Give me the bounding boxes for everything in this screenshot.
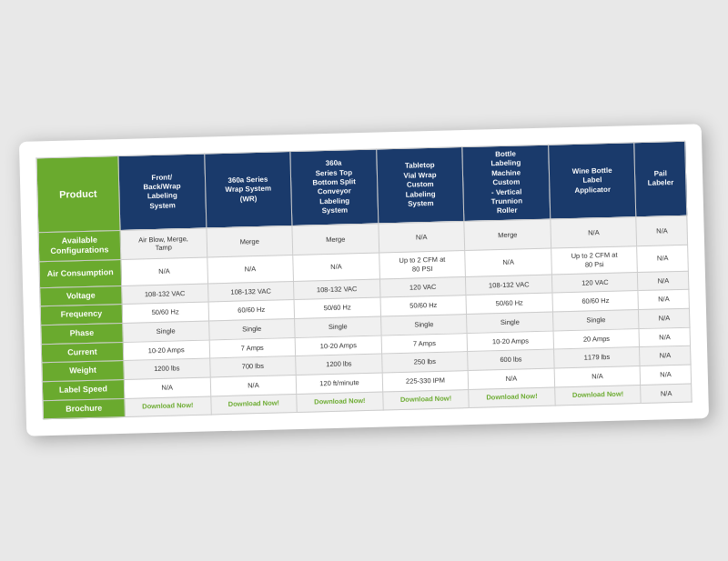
- cell-1-6: N/A: [551, 217, 637, 249]
- col-header-4: TabletopVial WrapCustomLabelingSystem: [376, 147, 464, 224]
- cell-7-6: 1179 lbs: [553, 347, 640, 368]
- cell-7-1: 1200 lbs: [124, 359, 210, 380]
- cell-2-2: N/A: [207, 255, 293, 284]
- cell-8-2: N/A: [210, 376, 297, 396]
- cell-5-3: Single: [295, 316, 381, 337]
- row-header-configurations: AvailableConfigurations: [38, 231, 121, 263]
- cell-6-4: 7 Amps: [381, 334, 468, 355]
- cell-9-4: Download Now!: [382, 390, 469, 411]
- cell-2-3: N/A: [293, 253, 379, 281]
- download-link-6[interactable]: Download Now!: [572, 390, 623, 399]
- cell-3-5: 108-132 VAC: [466, 275, 552, 296]
- cell-6-7: N/A: [639, 327, 690, 347]
- cell-9-6: Download Now!: [555, 386, 642, 406]
- cell-6-3: 10-20 Amps: [295, 336, 381, 356]
- cell-9-3: Download Now!: [297, 392, 383, 413]
- cell-4-4: 50/60 Hz: [380, 296, 467, 316]
- cell-1-3: Merge: [292, 224, 379, 255]
- cell-6-1: 10-20 Amps: [123, 340, 209, 361]
- cell-2-5: N/A: [465, 248, 551, 276]
- cell-8-4: 225-330 IPM: [382, 371, 469, 392]
- row-header-weight: Weight: [42, 361, 125, 382]
- cell-7-3: 1200 lbs: [296, 355, 382, 376]
- download-link-3[interactable]: Download Now!: [314, 397, 365, 406]
- cell-3-6: 120 VAC: [551, 273, 638, 294]
- cell-5-1: Single: [123, 321, 209, 342]
- row-header-voltage: Voltage: [40, 286, 123, 306]
- cell-9-1: Download Now!: [125, 396, 211, 417]
- row-header-air: Air Consumption: [39, 260, 122, 288]
- cell-8-3: 120 ft/minute: [296, 373, 382, 394]
- cell-8-7: N/A: [641, 365, 692, 385]
- col-header-2: 360a SeriesWrap System(WR): [204, 152, 292, 228]
- row-header-frequency: Frequency: [40, 305, 123, 326]
- cell-4-1: 50/60 Hz: [122, 303, 208, 324]
- comparison-table: Product Front/Back/WrapLabelingSystem 36…: [35, 141, 692, 420]
- cell-8-6: N/A: [554, 366, 641, 387]
- cell-5-7: N/A: [639, 308, 690, 328]
- cell-1-1: Air Blow, Merge,Tamp: [120, 228, 207, 260]
- cell-4-2: 60/60 Hz: [208, 300, 295, 321]
- cell-1-5: Merge: [464, 219, 551, 251]
- col-header-3: 360aSeries TopBottom SplitConveyorLabeli…: [290, 149, 379, 225]
- cell-7-5: 600 lbs: [468, 350, 554, 371]
- cell-8-5: N/A: [468, 368, 554, 389]
- row-header-phase: Phase: [41, 324, 124, 345]
- cell-8-1: N/A: [124, 377, 210, 398]
- cell-4-7: N/A: [638, 290, 689, 310]
- comparison-card: Product Front/Back/WrapLabelingSystem 36…: [19, 125, 709, 437]
- row-header-labelspeed: Label Speed: [42, 380, 125, 401]
- cell-3-4: 120 VAC: [379, 276, 466, 297]
- col-header-5: BottleLabelingMachineCustom- VerticalTru…: [462, 145, 551, 221]
- col-header-7: PailLabeler: [634, 141, 687, 216]
- col-header-1: Front/Back/WrapLabelingSystem: [118, 154, 207, 230]
- cell-6-5: 10-20 Amps: [467, 331, 553, 352]
- cell-4-3: 50/60 Hz: [294, 298, 380, 319]
- cell-2-7: N/A: [637, 245, 688, 273]
- cell-7-2: 700 lbs: [209, 356, 296, 377]
- cell-9-7: N/A: [641, 384, 692, 404]
- download-link-5[interactable]: Download Now!: [486, 393, 537, 402]
- cell-6-6: 20 Amps: [553, 329, 640, 350]
- cell-1-4: N/A: [379, 222, 465, 254]
- cell-7-7: N/A: [640, 346, 691, 366]
- cell-1-7: N/A: [636, 215, 687, 246]
- cell-5-6: Single: [552, 310, 639, 331]
- download-link-4[interactable]: Download Now!: [400, 395, 451, 404]
- row-header-brochure: Brochure: [43, 398, 126, 419]
- cell-3-2: 108-132 VAC: [207, 281, 294, 302]
- page-wrapper: Product Front/Back/WrapLabelingSystem 36…: [9, 13, 719, 549]
- cell-1-2: Merge: [207, 226, 293, 258]
- cell-2-1: N/A: [121, 257, 207, 286]
- cell-3-1: 108-132 VAC: [122, 284, 208, 305]
- download-link-1[interactable]: Download Now!: [142, 402, 193, 411]
- row-header-current: Current: [41, 342, 124, 363]
- product-header: Product: [36, 156, 120, 233]
- cell-7-4: 250 lbs: [381, 352, 468, 373]
- download-link-2[interactable]: Download Now!: [228, 399, 279, 408]
- cell-9-2: Download Now!: [210, 394, 297, 415]
- cell-5-2: Single: [208, 319, 295, 340]
- cell-4-5: 50/60 Hz: [466, 294, 552, 315]
- cell-2-6: Up to 2 CFM at80 Psi: [551, 246, 638, 275]
- cell-4-6: 60/60 Hz: [552, 291, 639, 312]
- col-header-6: Wine BottleLabelApplicator: [549, 143, 637, 219]
- cell-9-5: Download Now!: [469, 387, 555, 408]
- cell-3-7: N/A: [638, 271, 689, 291]
- cell-3-3: 108-132 VAC: [294, 279, 380, 300]
- cell-6-2: 7 Amps: [209, 337, 296, 358]
- cell-2-4: Up to 2 CFM at80 PSI: [379, 251, 465, 279]
- cell-5-4: Single: [380, 315, 467, 336]
- cell-5-5: Single: [467, 312, 553, 333]
